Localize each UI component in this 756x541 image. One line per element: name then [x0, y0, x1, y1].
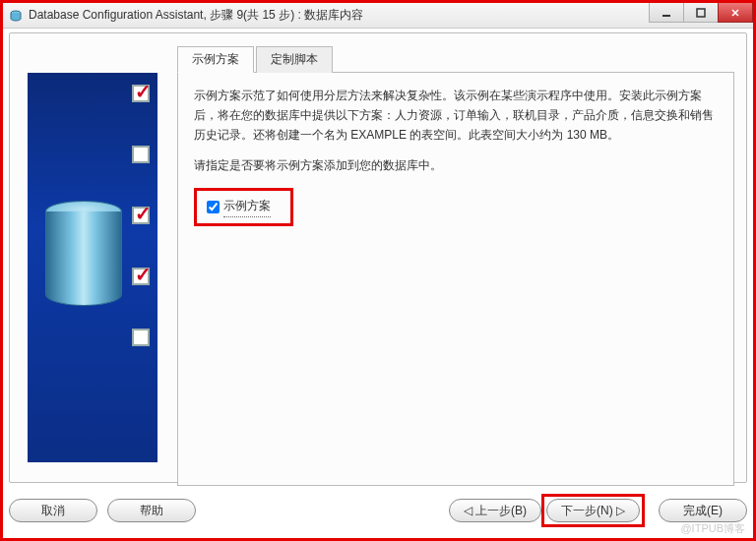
next-button[interactable]: 下一步(N) ▷	[546, 499, 640, 522]
window-title: Database Configuration Assistant, 步骤 9(共…	[29, 7, 363, 24]
help-button[interactable]: 帮助	[107, 499, 196, 522]
content-area: 示例方案 定制脚本 示例方案示范了如何使用分层方法来解决复杂性。该示例在某些演示…	[177, 45, 734, 470]
window-controls	[650, 3, 753, 23]
checkmark-icon: ✓	[135, 265, 152, 284]
svg-rect-2	[697, 9, 705, 17]
close-button[interactable]	[718, 3, 753, 23]
step-indicator-column: ✓ ✓ ✓	[132, 85, 150, 390]
tab-sample-schemas[interactable]: 示例方案	[177, 46, 254, 73]
watermark: @ITPUB博客	[680, 521, 745, 536]
window-frame: Database Configuration Assistant, 步骤 9(共…	[0, 0, 756, 541]
chevron-right-icon: ▷	[613, 504, 625, 517]
step-indicator: ✓	[132, 268, 150, 285]
sample-schema-label: 示例方案	[223, 197, 271, 217]
titlebar: Database Configuration Assistant, 步骤 9(共…	[3, 3, 753, 29]
tab-pane: 示例方案示范了如何使用分层方法来解决复杂性。该示例在某些演示程序中使用。安装此示…	[177, 73, 734, 486]
maximize-button[interactable]	[683, 3, 719, 23]
step-indicator	[132, 146, 150, 163]
finish-button[interactable]: 完成(E)	[659, 499, 747, 522]
next-button-highlight: 下一步(N) ▷	[541, 494, 645, 527]
cancel-button[interactable]: 取消	[9, 499, 97, 522]
wizard-footer: 取消 帮助 ◁ 上一步(B) 下一步(N) ▷ 完成(E)	[9, 493, 747, 528]
database-icon	[45, 201, 122, 306]
tab-bar: 示例方案 定制脚本	[177, 45, 734, 73]
sample-schema-option: 示例方案	[194, 188, 293, 226]
checkmark-icon: ✓	[135, 82, 152, 101]
step-indicator	[132, 329, 150, 346]
sample-schema-checkbox[interactable]	[207, 201, 220, 213]
step-indicator: ✓	[132, 85, 150, 102]
checkmark-icon: ✓	[135, 204, 152, 223]
tab-custom-scripts[interactable]: 定制脚本	[256, 46, 333, 73]
step-indicator: ✓	[132, 207, 150, 224]
client-area: ✓ ✓ ✓ 示例方案 定制脚本 示例方案示范了如何使用分层方法来解决复杂性。该示…	[9, 32, 747, 483]
prompt-text: 请指定是否要将示例方案添加到您的数据库中。	[194, 156, 718, 176]
svg-rect-1	[662, 15, 670, 17]
chevron-left-icon: ◁	[464, 504, 475, 517]
minimize-button[interactable]	[649, 3, 684, 23]
wizard-sidebar: ✓ ✓ ✓	[28, 73, 158, 462]
back-button[interactable]: ◁ 上一步(B)	[449, 499, 541, 522]
description-text: 示例方案示范了如何使用分层方法来解决复杂性。该示例在某些演示程序中使用。安装此示…	[194, 87, 718, 145]
app-icon	[9, 9, 23, 23]
